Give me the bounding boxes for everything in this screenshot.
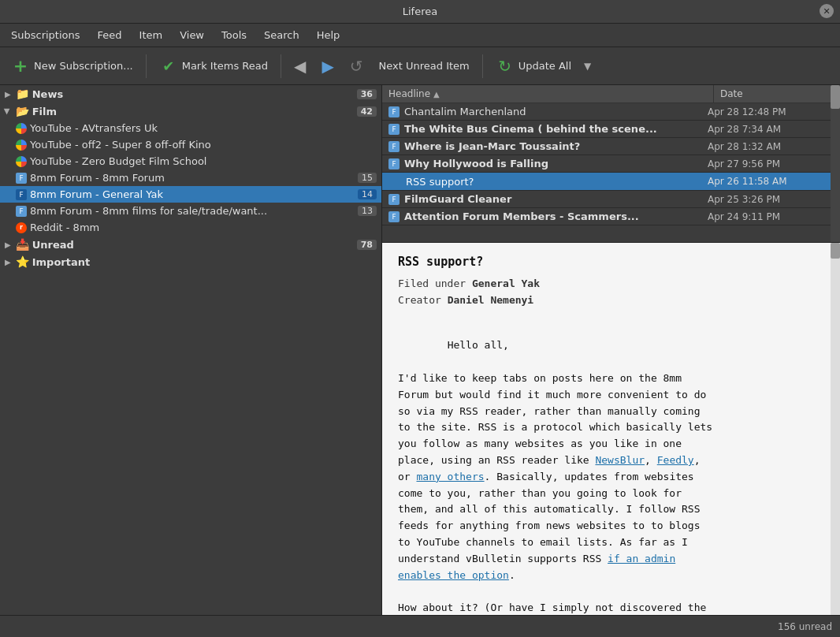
folder-film-icon: 📂	[16, 105, 29, 117]
many-others-link[interactable]: many others	[416, 471, 484, 482]
toolbar: + New Subscription... ✔ Mark Items Read …	[0, 47, 840, 85]
headline-text-2: The White Bus Cinema ( behind the scene.…	[404, 123, 708, 135]
headline-text-7: Attention Forum Members - Scammers...	[404, 210, 708, 222]
menu-subscriptions[interactable]: Subscriptions	[3, 27, 88, 43]
mark-items-read-label: Mark Items Read	[182, 60, 268, 72]
sidebar-item-reddit[interactable]: r Reddit - 8mm	[0, 219, 381, 236]
window-title: Liferea	[403, 6, 437, 17]
sidebar-item-news[interactable]: ▶ 📁 News 36	[0, 85, 381, 102]
sidebar-item-general-yak[interactable]: F 8mm Forum - General Yak 14	[0, 186, 381, 203]
article-text-post: . Basically, updates from websites come …	[398, 471, 701, 564]
sidebar-general-yak-label: 8mm Forum - General Yak	[30, 188, 163, 200]
headline-date-7: Apr 24 9:11 PM	[708, 211, 834, 222]
check-icon: ✔	[159, 57, 178, 76]
headline-date-2: Apr 28 7:34 AM	[708, 124, 834, 135]
expand-film-icon: ▶	[3, 108, 12, 114]
menu-feed[interactable]: Feed	[90, 27, 130, 43]
sidebar-item-yt-avtransfers[interactable]: YouTube - AVtransfers Uk	[0, 120, 381, 136]
headline-feed-icon-1: F	[388, 106, 400, 117]
headline-text-6: FilmGuard Cleaner	[404, 193, 708, 205]
article-body: Hello all, I'd like to keep tabs on post…	[398, 322, 824, 615]
sidebar-8mm-forum-label: 8mm Forum - 8mm Forum	[30, 172, 165, 184]
sidebar-reddit-label: Reddit - 8mm	[30, 222, 99, 233]
article-scrollbar[interactable]	[831, 243, 840, 615]
new-subscription-label: New Subscription...	[34, 60, 133, 72]
sidebar-yt-zerobudget-label: YouTube - Zero Budget Film School	[30, 155, 206, 167]
menu-view[interactable]: View	[172, 27, 212, 43]
article-text-mid1: ,	[645, 454, 657, 466]
menu-help[interactable]: Help	[309, 27, 348, 43]
main-area: ▶ 📁 News 36 ▶ 📂 Film 42 YouTube - AVtran…	[0, 85, 840, 615]
creator-value: Daniel Nemenyi	[448, 294, 534, 306]
sidebar-8mm-forum-badge: 15	[358, 173, 377, 183]
headlines-scroll-thumb	[831, 85, 840, 109]
update-all-dropdown[interactable]: ▼	[581, 61, 594, 72]
expand-unread-icon: ▶	[5, 240, 11, 249]
forum-icon-2: F	[16, 189, 27, 200]
menu-search[interactable]: Search	[256, 27, 307, 43]
headlines-scrollbar[interactable]	[831, 85, 840, 242]
menu-tools[interactable]: Tools	[214, 27, 255, 43]
headline-col-label: Headline	[388, 88, 430, 99]
expand-news-icon: ▶	[5, 90, 11, 99]
headline-col-header[interactable]: Headline ▲	[382, 85, 714, 102]
next-unread-label: Next Unread Item	[379, 60, 470, 72]
update-all-button[interactable]: ↻ Update All	[489, 54, 578, 79]
headline-text-3: Where is Jean-Marc Toussaint?	[404, 140, 708, 152]
headline-sort-icon: ▲	[433, 90, 440, 99]
sidebar-item-yt-zerobudget[interactable]: YouTube - Zero Budget Film School	[0, 153, 381, 169]
close-button[interactable]: ✕	[820, 4, 834, 18]
menu-item[interactable]: Item	[132, 27, 171, 43]
right-panel: Headline ▲ Date F Chantalim Marchenland …	[382, 85, 840, 615]
sidebar-item-film[interactable]: ▶ 📂 Film 42	[0, 102, 381, 120]
expand-important-icon: ▶	[5, 258, 11, 266]
sidebar-yt-off2-label: YouTube - off2 - Super 8 off-off Kino	[30, 139, 211, 151]
headline-date-4: Apr 27 9:56 PM	[708, 158, 834, 169]
headline-row[interactable]: F Why Hollywood is Falling Apr 27 9:56 P…	[382, 155, 840, 173]
toolbar-separator-1	[146, 54, 147, 78]
headline-row[interactable]: F Where is Jean-Marc Toussaint? Apr 28 1…	[382, 138, 840, 155]
menu-bar: Subscriptions Feed Item View Tools Searc…	[0, 24, 840, 47]
sidebar-item-important[interactable]: ▶ ⭐ Important	[0, 253, 381, 270]
headline-row[interactable]: F FilmGuard Cleaner Apr 25 3:26 PM	[382, 191, 840, 208]
forum-icon-1: F	[16, 173, 27, 184]
headline-feed-icon-5	[388, 175, 401, 188]
next-unread-button[interactable]: Next Unread Item	[373, 57, 476, 75]
mark-items-read-button[interactable]: ✔ Mark Items Read	[153, 54, 274, 79]
back-button[interactable]: ◀	[288, 54, 312, 79]
sidebar-8mm-forsale-label: 8mm Forum - 8mm films for sale/trade/wan…	[30, 205, 267, 217]
filed-under-value: General Yak	[472, 278, 540, 289]
google-icon-1	[16, 123, 27, 134]
headline-feed-icon-6: F	[388, 194, 400, 205]
headline-row-selected[interactable]: RSS support? Apr 26 11:58 AM	[382, 173, 840, 191]
headline-row[interactable]: F Attention Forum Members - Scammers... …	[382, 208, 840, 225]
headline-feed-icon-2: F	[388, 124, 400, 135]
date-col-header[interactable]: Date	[714, 85, 840, 102]
headlines-header: Headline ▲ Date	[382, 85, 840, 103]
sidebar-item-8mm-forum[interactable]: F 8mm Forum - 8mm Forum 15	[0, 169, 381, 186]
headline-row[interactable]: F Chantalim Marchenland Apr 28 12:48 PM	[382, 103, 840, 121]
sidebar-yt-avtransfers-label: YouTube - AVtransfers Uk	[30, 122, 158, 134]
add-icon: +	[11, 57, 30, 76]
headline-row[interactable]: F The White Bus Cinema ( behind the scen…	[382, 121, 840, 138]
article-panel: RSS support? Filed under General Yak Cre…	[382, 243, 840, 615]
feedly-link[interactable]: Feedly	[657, 454, 694, 466]
headline-text-1: Chantalim Marchenland	[404, 106, 708, 117]
headline-feed-icon-3: F	[388, 141, 400, 152]
forward-button[interactable]: ▶	[315, 54, 340, 79]
sidebar-item-8mm-forsale[interactable]: F 8mm Forum - 8mm films for sale/trade/w…	[0, 203, 381, 219]
stop-icon: ↺	[350, 57, 363, 76]
date-col-label: Date	[720, 88, 743, 99]
new-subscription-button[interactable]: + New Subscription...	[5, 54, 139, 79]
sidebar-item-unread[interactable]: ▶ 📥 Unread 78	[0, 236, 381, 253]
forward-icon: ▶	[322, 57, 333, 76]
headline-feed-icon-4: F	[388, 158, 400, 169]
forum-icon-3: F	[16, 206, 27, 217]
reddit-icon: r	[16, 222, 27, 233]
refresh-icon: ↻	[496, 57, 515, 76]
newsblur-link[interactable]: NewsBlur	[595, 454, 645, 466]
sidebar: ▶ 📁 News 36 ▶ 📂 Film 42 YouTube - AVtran…	[0, 85, 382, 615]
sidebar-item-yt-off2[interactable]: YouTube - off2 - Super 8 off-off Kino	[0, 136, 381, 153]
stop-button[interactable]: ↺	[344, 54, 370, 79]
headline-date-3: Apr 28 1:32 AM	[708, 141, 834, 152]
